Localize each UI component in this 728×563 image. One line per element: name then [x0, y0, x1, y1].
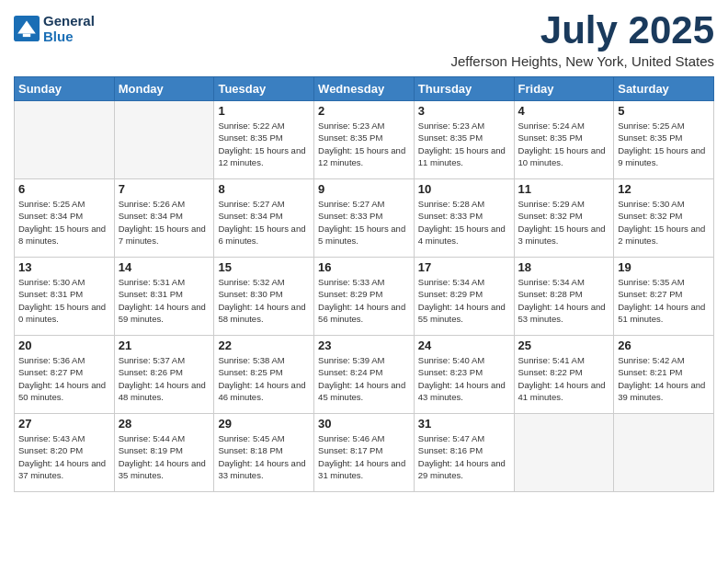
calendar-cell: 17Sunrise: 5:34 AMSunset: 8:29 PMDayligh…: [414, 258, 514, 336]
day-info: Sunrise: 5:42 AMSunset: 8:21 PMDaylight:…: [618, 354, 710, 403]
day-info: Sunrise: 5:44 AMSunset: 8:19 PMDaylight:…: [119, 432, 210, 481]
weekday-header: Saturday: [614, 77, 714, 101]
calendar-week-row: 13Sunrise: 5:30 AMSunset: 8:31 PMDayligh…: [15, 258, 714, 336]
weekday-header: Sunday: [15, 77, 115, 101]
calendar-cell: 19Sunrise: 5:35 AMSunset: 8:27 PMDayligh…: [614, 258, 714, 336]
day-number: 25: [518, 339, 610, 352]
day-number: 28: [119, 417, 210, 431]
calendar-cell: 5Sunrise: 5:25 AMSunset: 8:35 PMDaylight…: [614, 101, 714, 179]
calendar-cell: 28Sunrise: 5:44 AMSunset: 8:19 PMDayligh…: [114, 414, 214, 492]
day-info: Sunrise: 5:28 AMSunset: 8:33 PMDaylight:…: [418, 198, 510, 247]
day-number: 29: [218, 417, 310, 431]
calendar-cell: 13Sunrise: 5:30 AMSunset: 8:31 PMDayligh…: [15, 258, 115, 336]
day-number: 19: [618, 260, 710, 274]
day-info: Sunrise: 5:39 AMSunset: 8:24 PMDaylight:…: [318, 354, 410, 403]
day-info: Sunrise: 5:22 AMSunset: 8:35 PMDaylight:…: [218, 120, 310, 168]
day-info: Sunrise: 5:30 AMSunset: 8:31 PMDaylight:…: [18, 276, 110, 325]
day-info: Sunrise: 5:31 AMSunset: 8:31 PMDaylight:…: [119, 276, 210, 325]
day-number: 24: [418, 339, 510, 352]
day-info: Sunrise: 5:24 AMSunset: 8:35 PMDaylight:…: [518, 120, 610, 168]
calendar-cell: 29Sunrise: 5:45 AMSunset: 8:18 PMDayligh…: [214, 414, 314, 492]
calendar-cell: 6Sunrise: 5:25 AMSunset: 8:34 PMDaylight…: [15, 179, 115, 258]
day-number: 11: [518, 182, 610, 196]
weekday-header: Monday: [114, 77, 214, 101]
day-info: Sunrise: 5:34 AMSunset: 8:29 PMDaylight:…: [418, 276, 510, 325]
day-info: Sunrise: 5:23 AMSunset: 8:35 PMDaylight:…: [318, 120, 410, 168]
calendar-header-row: SundayMondayTuesdayWednesdayThursdayFrid…: [15, 77, 714, 101]
calendar-cell: 16Sunrise: 5:33 AMSunset: 8:29 PMDayligh…: [314, 258, 415, 336]
calendar-cell: [15, 101, 115, 179]
day-info: Sunrise: 5:38 AMSunset: 8:25 PMDaylight:…: [218, 354, 310, 403]
day-number: 9: [318, 182, 410, 196]
day-number: 13: [18, 260, 110, 274]
location: Jefferson Heights, New York, United Stat…: [450, 53, 714, 69]
weekday-header: Wednesday: [314, 77, 415, 101]
day-number: 31: [418, 417, 510, 431]
calendar-cell: 11Sunrise: 5:29 AMSunset: 8:32 PMDayligh…: [514, 179, 614, 258]
calendar-cell: 20Sunrise: 5:36 AMSunset: 8:27 PMDayligh…: [15, 336, 115, 414]
weekday-header: Tuesday: [214, 77, 314, 101]
day-info: Sunrise: 5:34 AMSunset: 8:28 PMDaylight:…: [518, 276, 610, 325]
header: General Blue July 2025 Jefferson Heights…: [14, 9, 714, 69]
day-number: 21: [119, 339, 210, 352]
calendar-cell: [114, 101, 214, 179]
day-info: Sunrise: 5:32 AMSunset: 8:30 PMDaylight:…: [218, 276, 310, 325]
day-info: Sunrise: 5:47 AMSunset: 8:16 PMDaylight:…: [418, 432, 510, 481]
day-info: Sunrise: 5:45 AMSunset: 8:18 PMDaylight:…: [218, 432, 310, 481]
day-info: Sunrise: 5:41 AMSunset: 8:22 PMDaylight:…: [518, 354, 610, 403]
day-number: 1: [218, 104, 310, 118]
logo-text: General Blue: [43, 13, 95, 44]
calendar-cell: [514, 414, 614, 492]
day-number: 15: [218, 260, 310, 274]
calendar-cell: 2Sunrise: 5:23 AMSunset: 8:35 PMDaylight…: [314, 101, 415, 179]
title-block: July 2025 Jefferson Heights, New York, U…: [450, 9, 714, 69]
calendar-cell: 18Sunrise: 5:34 AMSunset: 8:28 PMDayligh…: [514, 258, 614, 336]
day-number: 26: [618, 339, 710, 352]
logo: General Blue: [14, 13, 95, 44]
day-number: 3: [418, 104, 510, 118]
day-number: 17: [418, 260, 510, 274]
calendar-cell: 9Sunrise: 5:27 AMSunset: 8:33 PMDaylight…: [314, 179, 415, 258]
calendar-cell: 12Sunrise: 5:30 AMSunset: 8:32 PMDayligh…: [614, 179, 714, 258]
calendar-cell: 15Sunrise: 5:32 AMSunset: 8:30 PMDayligh…: [214, 258, 314, 336]
day-number: 2: [318, 104, 410, 118]
calendar-cell: 14Sunrise: 5:31 AMSunset: 8:31 PMDayligh…: [114, 258, 214, 336]
calendar-cell: 30Sunrise: 5:46 AMSunset: 8:17 PMDayligh…: [314, 414, 415, 492]
day-number: 30: [318, 417, 410, 431]
day-info: Sunrise: 5:30 AMSunset: 8:32 PMDaylight:…: [618, 198, 710, 247]
day-info: Sunrise: 5:27 AMSunset: 8:33 PMDaylight:…: [318, 198, 410, 247]
calendar-cell: [614, 414, 714, 492]
weekday-header: Friday: [514, 77, 614, 101]
day-number: 7: [119, 182, 210, 196]
day-number: 18: [518, 260, 610, 274]
calendar-week-row: 1Sunrise: 5:22 AMSunset: 8:35 PMDaylight…: [15, 101, 714, 179]
day-info: Sunrise: 5:27 AMSunset: 8:34 PMDaylight:…: [218, 198, 310, 247]
calendar-cell: 27Sunrise: 5:43 AMSunset: 8:20 PMDayligh…: [15, 414, 115, 492]
day-info: Sunrise: 5:40 AMSunset: 8:23 PMDaylight:…: [418, 354, 510, 403]
calendar-cell: 23Sunrise: 5:39 AMSunset: 8:24 PMDayligh…: [314, 336, 415, 414]
calendar-cell: 21Sunrise: 5:37 AMSunset: 8:26 PMDayligh…: [114, 336, 214, 414]
day-number: 5: [618, 104, 710, 118]
day-info: Sunrise: 5:37 AMSunset: 8:26 PMDaylight:…: [119, 354, 210, 403]
calendar-week-row: 20Sunrise: 5:36 AMSunset: 8:27 PMDayligh…: [15, 336, 714, 414]
calendar-week-row: 27Sunrise: 5:43 AMSunset: 8:20 PMDayligh…: [15, 414, 714, 492]
day-number: 6: [18, 182, 110, 196]
day-info: Sunrise: 5:36 AMSunset: 8:27 PMDaylight:…: [18, 354, 110, 403]
month-title: July 2025: [450, 9, 714, 52]
day-number: 22: [218, 339, 310, 352]
page: General Blue July 2025 Jefferson Heights…: [0, 0, 728, 563]
day-number: 27: [18, 417, 110, 431]
calendar-cell: 8Sunrise: 5:27 AMSunset: 8:34 PMDaylight…: [214, 179, 314, 258]
day-info: Sunrise: 5:29 AMSunset: 8:32 PMDaylight:…: [518, 198, 610, 247]
calendar-cell: 3Sunrise: 5:23 AMSunset: 8:35 PMDaylight…: [414, 101, 514, 179]
calendar-cell: 1Sunrise: 5:22 AMSunset: 8:35 PMDaylight…: [214, 101, 314, 179]
calendar-cell: 10Sunrise: 5:28 AMSunset: 8:33 PMDayligh…: [414, 179, 514, 258]
svg-rect-2: [23, 34, 30, 38]
day-info: Sunrise: 5:26 AMSunset: 8:34 PMDaylight:…: [119, 198, 210, 247]
day-number: 12: [618, 182, 710, 196]
day-info: Sunrise: 5:25 AMSunset: 8:34 PMDaylight:…: [18, 198, 110, 247]
day-number: 20: [18, 339, 110, 352]
day-info: Sunrise: 5:23 AMSunset: 8:35 PMDaylight:…: [418, 120, 510, 168]
day-number: 4: [518, 104, 610, 118]
calendar-week-row: 6Sunrise: 5:25 AMSunset: 8:34 PMDaylight…: [15, 179, 714, 258]
